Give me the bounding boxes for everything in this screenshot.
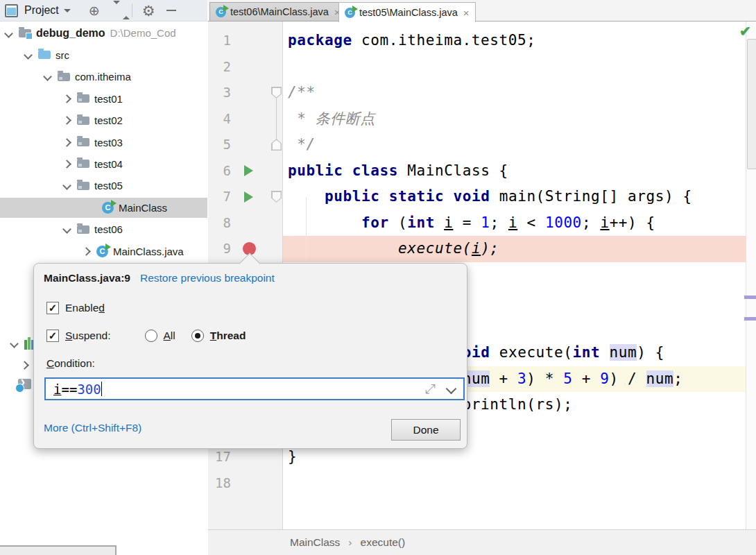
fold-connector (276, 99, 277, 139)
toolbar-divider (132, 3, 132, 17)
tree-item-label: test03 (94, 137, 123, 148)
tree-row-test06[interactable]: test06 (0, 219, 123, 240)
suspend-all-label: All (164, 330, 175, 342)
inspections-ok-icon[interactable]: ✔ (739, 23, 751, 40)
chevron-down-icon[interactable] (62, 181, 71, 190)
src-folder-icon (38, 51, 51, 59)
tool-window-icon[interactable] (5, 4, 18, 17)
tree-row-test03[interactable]: test03 (0, 132, 123, 153)
tree-row-test02[interactable]: test02 (0, 110, 123, 131)
chevron-down-icon[interactable] (62, 225, 71, 234)
tree-item-label: test06 (94, 223, 123, 235)
chevron-right-icon[interactable] (82, 247, 91, 256)
tree-row-debug-demo[interactable]: debug_demoD:\Demo_Cod (0, 23, 176, 44)
ide-window: Project ⊕ ⚙ debug_demoD:\Demo_Codsrccom.… (0, 0, 756, 555)
chevron-right-icon[interactable] (20, 361, 29, 370)
tab-test05-mainclass[interactable]: C test05\MainClass.java × (338, 2, 476, 22)
partial-popup (0, 545, 117, 555)
condition-label: Condition: (46, 357, 95, 370)
chevron-down-icon[interactable] (10, 339, 19, 348)
condition-input[interactable]: i==300 ⤢ (44, 377, 465, 400)
close-icon[interactable]: × (463, 8, 470, 17)
tree-item-label: src (55, 49, 69, 61)
suspend-label: Suspend: (65, 330, 111, 342)
gear-icon[interactable]: ⚙ (142, 4, 155, 17)
chevron-down-icon[interactable] (43, 72, 52, 81)
project-panel-title[interactable]: Project (24, 4, 59, 17)
code-line: for (int i = 1; i < 1000; i++) { (288, 210, 655, 237)
tree-row-test04[interactable]: test04 (0, 153, 123, 174)
chevron-right-icon[interactable] (62, 116, 71, 125)
run-icon[interactable] (244, 165, 253, 176)
run-icon[interactable] (244, 191, 253, 203)
chevron-right-icon[interactable] (62, 94, 71, 103)
class-icon: C (345, 8, 355, 18)
tree-item-label: com.itheima (75, 71, 131, 83)
project-panel-header: Project ⊕ ⚙ (0, 0, 207, 22)
code-line: public static void main(String[] args) { (288, 184, 692, 210)
code-line: public class MainClass { (288, 158, 508, 185)
tree-row-test05[interactable]: test05 (0, 176, 123, 196)
breadcrumb-separator: › (348, 536, 352, 549)
tree-item-label: MainClass (119, 202, 167, 214)
tree-item-label: test02 (94, 114, 123, 126)
breadcrumb: MainClass › execute() (208, 529, 756, 555)
package-folder-icon (77, 182, 89, 190)
suspend-all-radio[interactable] (145, 330, 157, 342)
tab-test06-mainclass[interactable]: C test06\MainClass.java × (209, 2, 347, 22)
hide-panel-icon[interactable] (166, 10, 176, 11)
tree-row-test01[interactable]: test01 (0, 88, 123, 109)
done-button[interactable]: Done (391, 419, 461, 441)
fold-icon[interactable] (271, 87, 282, 99)
chevron-right-icon[interactable] (62, 160, 71, 169)
tree-row-stub[interactable]: ❯ (0, 373, 31, 394)
code-line: /** (288, 80, 316, 106)
usage-stripe-mark[interactable] (744, 317, 756, 321)
chevron-down-icon[interactable] (24, 51, 33, 60)
tree-item-label: MainClass.java (113, 246, 184, 257)
chevron-down-icon[interactable] (64, 9, 71, 12)
breadcrumb-item-method[interactable]: execute() (361, 536, 406, 549)
collapse-all-icon[interactable] (112, 4, 121, 17)
chevron-right-icon[interactable] (62, 138, 71, 147)
tab-label: test05\MainClass.java (359, 7, 458, 18)
project-folder-icon (19, 29, 31, 37)
line-number: 1 (208, 28, 231, 54)
more-settings-link[interactable]: More (Ctrl+Shift+F8) (44, 422, 141, 434)
expand-editor-icon[interactable]: ⤢ (425, 381, 436, 397)
usage-stripe-mark[interactable] (744, 296, 756, 299)
breakpoint-dialog: MainClass.java:9 Restore previous breakp… (33, 263, 467, 449)
enabled-label: Enabled (65, 302, 105, 314)
package-folder-icon (77, 117, 89, 125)
tree-row-src[interactable]: src (0, 44, 69, 65)
chevron-down-icon[interactable] (4, 29, 13, 38)
code-line: execute(i); (288, 236, 499, 262)
tree-row-mainclass[interactable]: CMainClass (0, 197, 167, 218)
fold-icon[interactable] (271, 191, 282, 203)
tree-row-stub[interactable] (0, 333, 38, 354)
scrollbar-thumb[interactable] (747, 39, 756, 169)
line-number: 2 (208, 54, 231, 80)
enabled-checkbox[interactable]: ✓ (46, 302, 59, 314)
line-number: 8 (208, 210, 231, 237)
fold-icon[interactable] (271, 139, 282, 151)
code-line: * 条件断点 (288, 106, 375, 133)
class-icon: C (102, 202, 114, 214)
locate-icon[interactable]: ⊕ (89, 4, 100, 17)
line-number: 18 (208, 470, 231, 497)
code-line: package com.itheima.test05; (288, 28, 536, 54)
restore-breakpoint-link[interactable]: Restore previous breakpoint (140, 272, 275, 284)
tab-label: test06\MainClass.java (230, 6, 329, 17)
code-line: */ (288, 132, 316, 158)
chevron-down-icon[interactable] (446, 384, 457, 395)
package-folder-icon (58, 73, 70, 81)
package-folder-icon (77, 138, 89, 146)
suspend-checkbox[interactable]: ✓ (46, 330, 59, 342)
breadcrumb-item-class[interactable]: MainClass (290, 536, 340, 549)
class-icon: C (96, 246, 108, 257)
suspend-thread-radio[interactable] (191, 330, 204, 342)
tree-row-com-itheima[interactable]: com.itheima (0, 67, 131, 87)
tree-row-stub[interactable] (0, 355, 28, 375)
line-number: 4 (208, 106, 231, 133)
tree-row-mainclass-java[interactable]: CMainClass.java (0, 241, 184, 262)
